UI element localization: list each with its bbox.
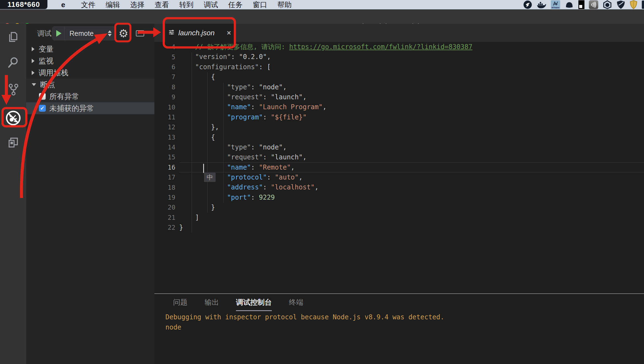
line-number[interactable]: 19 [154,194,179,201]
panel-tabs: 问题输出调试控制台终端 [154,294,644,311]
line-content[interactable]: "configurations": [ [179,62,644,72]
breakpoint-checkbox[interactable] [39,93,46,100]
code-token: "name" [179,103,251,111]
panel-tab[interactable]: 调试控制台 [236,298,272,307]
code-token: "name" [179,164,251,171]
volume-icon[interactable] [589,0,598,9]
section-header[interactable]: 变量 [26,43,154,55]
line-number[interactable]: 17 [154,174,179,181]
explorer-icon[interactable] [0,30,26,43]
code-editor[interactable]: 4 // 欲了解更多信息, 请访问: https://go.microsoft.… [154,42,644,293]
display-icon[interactable] [578,0,584,9]
menu-item[interactable]: 转到 [179,0,194,9]
line-number[interactable]: 12 [154,124,179,131]
line-number[interactable]: 6 [154,63,179,71]
menu-item[interactable]: 文件 [81,0,95,9]
line-content[interactable]: ] [179,213,644,223]
dingtalk-icon[interactable] [523,0,532,9]
line-content[interactable]: }, [179,122,644,132]
ntware-icon[interactable]: NTware [551,0,560,9]
line-number[interactable]: 21 [154,214,179,221]
line-content[interactable]: { [179,72,644,82]
line-content[interactable]: "address": "localhost", [179,182,644,192]
line-content[interactable]: "request": "launch", [179,92,644,102]
line-content[interactable]: "type": "node", [179,82,644,92]
start-debug-icon[interactable] [56,30,61,37]
line-number[interactable]: 20 [154,204,179,211]
menu-item[interactable]: 调试 [204,0,218,9]
panel-tab[interactable]: 终端 [289,298,303,307]
hat-icon[interactable] [565,1,574,9]
line-content[interactable]: "name": "Launch Program", [179,102,644,112]
line-content[interactable]: } [179,223,644,232]
gold-shield-icon[interactable] [630,0,637,9]
line-content[interactable]: "type": "node", [179,142,644,152]
panel-tab[interactable]: 输出 [205,298,219,307]
section-header[interactable]: 断点 [26,79,154,90]
line-content[interactable]: { [179,132,644,142]
line-number[interactable]: 18 [154,184,179,191]
debug-icon[interactable] [0,109,26,127]
source-control-icon[interactable] [0,83,26,96]
line-number[interactable]: 13 [154,134,179,141]
code-line: 20 } [154,202,644,212]
menu-item[interactable]: 选择 [130,0,144,9]
breakpoint-row[interactable]: ✓未捕获的异常 [26,102,154,114]
line-content[interactable]: // 欲了解更多信息, 请访问: https://go.microsoft.co… [179,42,644,52]
line-content[interactable]: "request": "launch", [179,152,644,162]
hexagon-icon[interactable] [603,0,612,9]
debug-sections: 变量监视调用堆栈断点所有异常✓未捕获的异常 [26,43,154,114]
code-token: : [263,183,271,191]
settings-sliders-icon [169,29,175,36]
line-number[interactable]: 22 [154,224,179,231]
debug-toolbar-label: 调试 [37,24,52,43]
line-number[interactable]: 9 [154,93,179,101]
menu-item[interactable]: 任务 [228,0,243,9]
line-number[interactable]: 14 [154,144,179,151]
line-content[interactable]: "protocol": "auto", [179,172,644,182]
section-header[interactable]: 调用堆栈 [26,67,154,79]
shield-icon[interactable] [616,0,625,9]
line-content[interactable]: "program": "${file}" [179,112,644,122]
configure-gear-icon[interactable]: ⚙ [117,24,130,43]
breakpoint-row[interactable]: 所有异常 [26,90,154,102]
code-line: 15 "request": "launch", [154,152,644,162]
menu-item[interactable]: 编辑 [106,0,120,9]
code-line: 9 "request": "launch", [154,92,644,102]
line-number[interactable]: 10 [154,104,179,111]
code-line: 10 "name": "Launch Program", [154,102,644,112]
line-content[interactable]: } [179,202,644,212]
code-token: : "launch", [263,153,307,161]
line-number[interactable]: 4 [154,43,179,50]
breakpoint-label: 所有异常 [49,92,79,101]
tab-close-icon[interactable]: × [227,29,231,37]
section-header[interactable]: 监视 [26,55,154,67]
line-number[interactable]: 15 [154,154,179,161]
line-number[interactable]: 16 [154,164,179,171]
line-content[interactable]: "version": "0.2.0", [179,52,644,62]
line-number[interactable]: 5 [154,53,179,61]
chevron-icon [32,83,36,86]
line-number[interactable]: 7 [154,73,179,81]
tab-launch-json[interactable]: launch.json × [165,24,235,42]
window-title-bar: launch.json — debug [0,9,644,24]
app-menu-partial[interactable]: e [61,0,65,9]
line-content[interactable]: "name": "Remote", [179,162,644,172]
code-line: 16 "name": "Remote", [154,162,644,172]
code-link[interactable]: https://go.microsoft.com/fwlink/?linkid=… [289,43,473,51]
panel-tab[interactable]: 问题 [173,298,187,307]
menu-item[interactable]: 窗口 [253,0,267,9]
debug-configuration-dropdown[interactable]: Remote [52,26,115,40]
line-number[interactable]: 8 [154,84,179,91]
search-icon[interactable] [0,56,26,69]
code-token: } [179,204,215,211]
line-number[interactable]: 11 [154,114,179,121]
menu-item[interactable]: 查看 [155,0,169,9]
menu-item[interactable]: 帮助 [277,0,292,9]
line-content[interactable]: "port": 9229 [179,192,644,202]
breakpoint-checkbox[interactable]: ✓ [39,105,46,112]
docker-icon[interactable] [536,1,546,9]
debug-console-icon[interactable]: > [136,30,144,36]
chevron-icon [32,59,34,63]
extensions-icon[interactable] [0,136,26,149]
